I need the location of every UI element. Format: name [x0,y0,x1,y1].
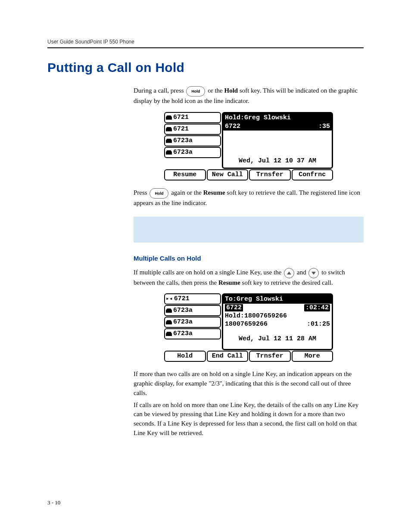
p1-bold: Hold [224,87,238,94]
lcd1-line-3-label: 6723a [173,136,193,146]
hold-key-icon: Hold [149,188,168,199]
lcd2-line-1: ▸◂6721 [164,293,221,305]
note-box [134,217,364,243]
hold-key-icon: Hold [186,86,205,96]
lcd-screenshot-1: 6721 6721 6723a 6723a Hold:Greg Slowski … [164,112,333,180]
lcd2-soft-endcall: End Call [207,351,249,362]
lcd2-softkeys: Hold End Call Trnsfer More [164,351,333,362]
lcd2-datetime: Wed, Jul 12 11 28 AM [223,333,332,344]
lcd2-main: To:Greg Slowski 6722 :02:42 Hold:1800765… [222,293,333,350]
lcd1-row1-left: 6722 [225,123,240,130]
lcd2-line-2: 6723a [164,305,221,316]
down-arrow-icon [308,268,319,278]
lcd1-line-1: 6721 [164,112,221,123]
lcd1-header-text: Hold:Greg Slowski [225,114,291,121]
lcd2-row3-left: 18007659266 [225,320,268,328]
lcd1-line-3: 6723a [164,135,221,146]
phone-icon [166,115,172,120]
lcd2-row1-right: :02:42 [304,304,330,311]
phone-icon [166,308,172,313]
lcd2-line-2-label: 6723a [173,306,193,315]
lcd2-line-keys: ▸◂6721 6723a 6723a 6723a [164,293,221,350]
lcd-screenshot-2: ▸◂6721 6723a 6723a 6723a To:Greg Slowski… [164,293,333,362]
lcd1-datetime: Wed, Jul 12 10 37 AM [223,155,332,166]
lcd1-soft-resume: Resume [164,169,206,180]
phone-icon [166,332,172,336]
lcd1-row1-right: :35 [318,123,330,130]
lcd2-row1: 6722 :02:42 [223,304,332,312]
p2-bold: Resume [203,189,225,196]
lcd2-line-4-label: 6723a [173,329,193,339]
p1-text-a: During a call, press [134,87,185,94]
paragraph-5: If calls are on hold on more than one Li… [134,401,364,438]
lcd2-soft-more: More [292,351,333,362]
lcd1-soft-newcall: New Call [207,169,249,180]
p3-text-a: If multiple calls are on hold on a singl… [134,269,283,276]
lcd1-header: Hold:Greg Slowski [223,113,332,122]
lcd2-row1-left: 6722 [225,304,243,311]
lcd2-header-text: To:Greg Slowski [225,296,283,303]
lcd2-line-3-label: 6723a [173,317,193,327]
p2-text-b: again or the [171,189,203,196]
p3-bold: Resume [218,279,240,286]
lcd2-row2: Hold:18007659266 [223,312,332,320]
phone-icon [166,150,172,155]
lcd2-soft-hold: Hold [164,351,206,362]
lcd2-row3: 18007659266 :01:25 [223,320,332,328]
lcd1-line-4: 6723a [164,147,221,158]
lcd2-line-3: 6723a [164,317,221,328]
header-rule [47,47,364,48]
lcd1-row1: 6722 :35 [223,122,332,131]
lcd1-line-keys: 6721 6721 6723a 6723a [164,112,221,169]
running-header: User Guide SoundPoint IP 550 Phone [47,39,364,45]
lcd2-row3-right: :01:25 [307,320,330,328]
lcd2-row2-left: Hold:18007659266 [225,312,287,320]
paragraph-3: If multiple calls are on hold on a singl… [134,268,364,288]
subheading-multiple-calls: Multiple Calls on Hold [134,255,364,262]
lcd2-line-1-label: 6721 [174,294,190,304]
paragraph-2: Press Hold again or the Resume soft key … [134,188,364,208]
paragraph-4: If more than two calls are on hold on a … [134,370,364,398]
lcd1-main: Hold:Greg Slowski 6722 :35 Wed, Jul 12 1… [222,112,333,169]
page-number: 3 - 10 [47,499,60,506]
lcd1-line-2: 6721 [164,124,221,135]
phone-icon [166,320,172,324]
p3-text-b: and [297,269,308,276]
lcd1-line-2-label: 6721 [173,124,189,134]
lcd1-line-4-label: 6723a [173,148,193,157]
up-arrow-icon [284,268,294,278]
lcd2-soft-trnsfer: Trnsfer [249,351,291,362]
section-title: Putting a Call on Hold [47,60,364,75]
lcd1-soft-trnsfer: Trnsfer [249,169,291,180]
lcd1-line-1-label: 6721 [173,113,189,122]
p1-text-b: or the [208,87,224,94]
lcd1-soft-confrnc: Confrnc [292,169,333,180]
p2-text-a: Press [134,189,149,196]
lcd2-header: To:Greg Slowski [223,295,332,304]
phone-icon [166,127,172,131]
active-call-icon: ▸◂ [166,297,173,301]
lcd2-line-4: 6723a [164,328,221,339]
paragraph-1: During a call, press Hold or the Hold so… [134,86,364,106]
lcd1-softkeys: Resume New Call Trnsfer Confrnc [164,169,333,180]
phone-icon [166,139,172,143]
p3-text-e: soft key to retrieve the desired call. [242,279,333,286]
